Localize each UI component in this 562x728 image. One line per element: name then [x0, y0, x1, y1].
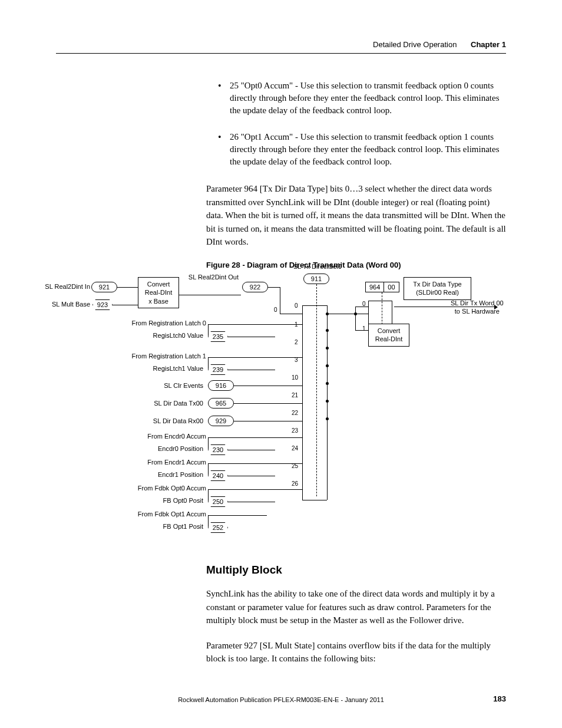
mux1-num-21: 21 [292, 392, 298, 398]
mult-base-label: SL Mult Base [31, 301, 90, 308]
line-230 [228, 450, 275, 450]
dot-mux2 [354, 312, 357, 315]
mux2-num-1: 1 [362, 325, 366, 332]
dot-3 [326, 364, 329, 367]
param-965: 965 [208, 398, 234, 409]
regltch0-value: RegisLtch0 Value [144, 332, 203, 339]
line-reg0-top [208, 324, 302, 325]
multiply-p1: SynchLink has the ability to take one of… [206, 587, 506, 627]
line-965 [234, 403, 302, 404]
param-964-num: 964 [366, 282, 384, 292]
mux1-num-10: 10 [292, 374, 298, 381]
mux1-num-24: 24 [292, 445, 298, 452]
param-235: 235 [208, 331, 228, 342]
convert-box-2: Convert Real-DInt [368, 324, 409, 347]
param-239: 239 [208, 364, 228, 375]
mux1-pivot-0: 0 [274, 307, 277, 313]
fb-opt1-posit: FB Opt1 Posit [138, 523, 203, 530]
dot-1 [326, 329, 329, 332]
param-240: 240 [208, 470, 228, 481]
convert-box-1: Convert Real-DInt x Base [138, 277, 179, 308]
line-240 [228, 476, 275, 476]
dot-21 [326, 400, 329, 403]
line-convert-922a [179, 295, 241, 295]
header-section: Detailed Drive Operation [373, 40, 457, 49]
mux2-inv [355, 307, 356, 330]
mux2-in1 [355, 330, 368, 331]
line-923 [113, 305, 138, 305]
param-916: 916 [208, 380, 234, 391]
mux1-left-bar [302, 305, 303, 500]
fb-opt0-posit: FB Opt0 Posit [138, 497, 203, 504]
param-252: 252 [208, 522, 228, 533]
real2dint-out-label: SL Real2Dint Out [180, 274, 239, 281]
page-header: Detailed Drive Operation Chapter 1 [373, 40, 506, 49]
mux1-num-22: 22 [292, 410, 298, 416]
from-fdbk0: From Fdbk Opt0 Accum [88, 485, 206, 492]
encdr1-pos: Encdr1 Position [138, 471, 203, 478]
convert-box-2-text: Convert Real-DInt [375, 327, 402, 342]
mux2-in0 [355, 307, 368, 307]
real2dint-in-label: SL Real2Dint In [31, 283, 90, 290]
encdr0-pos: Encdr0 Position [138, 445, 203, 452]
dot-0 [326, 312, 329, 315]
line-enc0-top [208, 437, 302, 438]
tx-dir-type-box: Tx Dir Data Type (SLDir00 Real) [404, 277, 471, 300]
sl-tx-directsel0-label: SL Tx DirectSel0 [293, 263, 342, 270]
multiply-block-section: Multiply Block SynchLink has the ability… [206, 564, 506, 677]
sl-clr-events: SL Clr Events [144, 382, 203, 389]
header-rule [56, 53, 506, 54]
param-964-bit: 964 00 [365, 282, 399, 292]
bullet-25: 25 "Opt0 Accum" - Use this selection to … [206, 80, 506, 117]
figure-28-diagram: SL Tx DirectSel0 911 SL Real2Dint Out 92… [56, 259, 504, 542]
dot-22 [326, 417, 329, 420]
line-239 [228, 370, 275, 370]
from-reglatch1: From Registration Latch 1 [88, 353, 206, 360]
param-922: 922 [242, 282, 268, 292]
page-number: 183 [493, 694, 506, 703]
multiply-block-heading: Multiply Block [206, 564, 506, 577]
line-921 [117, 287, 138, 288]
mux1-right-bar [327, 305, 328, 500]
line-enc1-top [208, 463, 302, 464]
line-922-h [280, 314, 302, 314]
dash-911 [316, 284, 317, 496]
from-fdbk1: From Fdbk Opt1 Accum [88, 510, 206, 518]
output-arrow [394, 307, 494, 307]
content-area: 25 "Opt0 Accum" - Use this selection to … [206, 80, 506, 275]
convert-box-1-text: Convert Real-DInt x Base [145, 281, 172, 305]
sl-dir-tx00: SL Dir Data Tx00 [138, 400, 203, 407]
mux1-num-23: 23 [292, 427, 298, 434]
mux2-top [368, 301, 392, 301]
param-911: 911 [303, 274, 329, 284]
param-250: 250 [208, 496, 228, 507]
line-922-v1 [268, 287, 280, 288]
mux1-top [302, 305, 327, 306]
line-235 [228, 337, 275, 337]
line-929 [234, 421, 302, 421]
para-964: Parameter 964 [Tx Dir Data Type] bits 0…… [206, 182, 506, 249]
mux1-bottom [302, 500, 327, 500]
dot-2 [326, 347, 329, 350]
line-916 [234, 386, 302, 386]
mux1-num-0: 0 [295, 302, 298, 309]
line-250 [228, 502, 275, 502]
line-fb0-top [208, 489, 302, 490]
from-reglatch0: From Registration Latch 0 [88, 319, 206, 327]
param-964-bit-num: 00 [384, 282, 398, 292]
mux1-out [327, 314, 368, 314]
dot-10 [326, 382, 329, 385]
multiply-p2: Parameter 927 [SL Mult State] contains o… [206, 639, 506, 666]
line-fb1-top [208, 515, 267, 516]
from-encdr0: From Encdr0 Accum [88, 433, 206, 440]
mux1-num-26: 26 [292, 480, 298, 487]
header-chapter: Chapter 1 [471, 40, 506, 49]
param-230: 230 [208, 444, 228, 455]
line-922-v2 [280, 287, 280, 314]
from-encdr1: From Encdr1 Accum [88, 459, 206, 466]
bullet-26: 26 "Opt1 Accum" - Use this selection to … [206, 131, 506, 168]
footer-text: Rockwell Automation Publication PFLEX-RM… [0, 696, 562, 703]
regltch1-value: RegisLtch1 Value [144, 365, 203, 372]
param-929: 929 [208, 416, 234, 426]
param-923: 923 [92, 299, 113, 310]
